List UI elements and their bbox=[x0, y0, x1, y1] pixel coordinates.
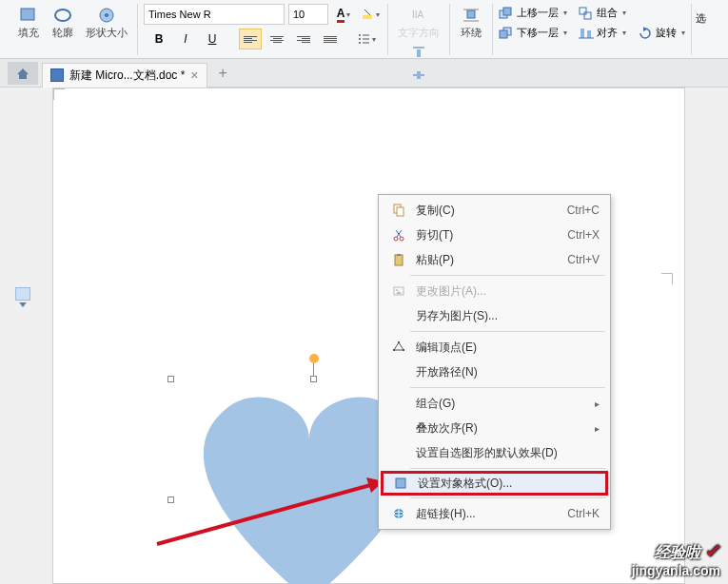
select-button[interactable]: 选 bbox=[692, 4, 710, 33]
align-middle-button[interactable] bbox=[407, 65, 430, 86]
svg-line-36 bbox=[396, 230, 401, 237]
bullet-list-button[interactable]: ▾ bbox=[355, 29, 378, 49]
check-icon: ✓ bbox=[704, 540, 720, 561]
align-left-button[interactable] bbox=[239, 29, 262, 49]
shape-size-label: 形状大小 bbox=[86, 26, 128, 40]
bold-button[interactable]: B bbox=[148, 29, 170, 49]
link-icon bbox=[389, 504, 408, 523]
fill-button[interactable]: 填充 bbox=[13, 4, 44, 42]
svg-marker-42 bbox=[394, 342, 403, 350]
wrap-button[interactable]: 环绕 bbox=[456, 4, 486, 42]
svg-rect-22 bbox=[584, 12, 591, 19]
italic-button[interactable]: I bbox=[174, 29, 197, 49]
font-size-select[interactable] bbox=[288, 4, 328, 25]
svg-rect-24 bbox=[500, 30, 507, 38]
svg-point-1 bbox=[55, 10, 70, 21]
menu-save-as-image[interactable]: 另存为图片(S)... bbox=[382, 303, 607, 328]
selection-handle-ml[interactable] bbox=[167, 496, 174, 503]
menu-hyperlink[interactable]: 超链接(H)... Ctrl+K bbox=[382, 501, 607, 526]
align-right-button[interactable] bbox=[292, 29, 315, 49]
svg-point-5 bbox=[359, 34, 361, 36]
submenu-arrow-icon: ▸ bbox=[595, 399, 600, 409]
group-icon bbox=[579, 7, 594, 20]
cut-icon bbox=[389, 225, 408, 244]
image-icon bbox=[389, 282, 408, 301]
svg-point-9 bbox=[359, 42, 361, 44]
svg-rect-37 bbox=[395, 255, 403, 265]
bring-forward-button[interactable]: 上移一层▾ bbox=[499, 6, 567, 20]
align-icon bbox=[579, 27, 594, 40]
rotation-handle[interactable] bbox=[309, 354, 319, 363]
svg-marker-29 bbox=[17, 68, 29, 79]
svg-point-40 bbox=[396, 289, 398, 291]
svg-rect-25 bbox=[580, 29, 584, 38]
canvas-area: 复制(C) Ctrl+C 剪切(T) Ctrl+X 粘贴(P) Ctrl+V 更… bbox=[0, 88, 728, 584]
tab-close-button[interactable]: × bbox=[190, 68, 198, 83]
outline-icon bbox=[51, 6, 74, 25]
font-color-button[interactable]: A▾ bbox=[332, 4, 355, 25]
menu-format-object[interactable]: 设置对象格式(O)... bbox=[381, 471, 608, 496]
svg-point-34 bbox=[400, 237, 403, 241]
align-ribbon-button[interactable]: 对齐▾ bbox=[579, 26, 626, 40]
menu-copy[interactable]: 复制(C) Ctrl+C bbox=[382, 198, 607, 223]
watermark: 经验啦 ✓ jingyanla.com bbox=[632, 539, 720, 578]
underline-button[interactable]: U bbox=[201, 29, 224, 49]
text-direction-label: 文字方向 bbox=[398, 26, 440, 40]
menu-open-path[interactable]: 开放路径(N) bbox=[382, 360, 607, 384]
format-icon bbox=[391, 474, 410, 493]
menu-set-default[interactable]: 设置自选图形的默认效果(D) bbox=[382, 440, 607, 465]
wrap-label: 环绕 bbox=[461, 26, 482, 40]
svg-point-3 bbox=[105, 13, 108, 17]
bring-forward-icon bbox=[499, 7, 514, 20]
home-icon bbox=[15, 67, 30, 80]
svg-rect-45 bbox=[393, 349, 395, 351]
svg-text:IIA: IIA bbox=[412, 10, 424, 20]
svg-rect-38 bbox=[397, 254, 401, 256]
sidebar-indicator[interactable] bbox=[15, 287, 30, 308]
outline-label: 轮廓 bbox=[52, 26, 73, 40]
home-tab-button[interactable] bbox=[8, 62, 38, 85]
highlight-button[interactable]: ▾ bbox=[359, 4, 382, 25]
menu-change-image: 更改图片(A)... bbox=[382, 279, 607, 303]
vertex-icon bbox=[389, 338, 408, 357]
svg-point-7 bbox=[359, 38, 361, 40]
menu-paste[interactable]: 粘贴(P) Ctrl+V bbox=[382, 247, 607, 272]
svg-rect-20 bbox=[503, 8, 511, 15]
selection-handle-tl[interactable] bbox=[167, 376, 174, 382]
rotate-button[interactable]: 旋转▾ bbox=[638, 26, 685, 40]
outline-button[interactable]: 轮廓 bbox=[48, 4, 78, 42]
svg-rect-15 bbox=[417, 71, 421, 79]
submenu-arrow-icon: ▸ bbox=[595, 423, 600, 434]
shape-size-icon bbox=[95, 6, 118, 25]
svg-marker-41 bbox=[396, 291, 402, 294]
doc-icon bbox=[50, 68, 64, 82]
svg-rect-13 bbox=[417, 49, 421, 57]
fill-label: 填充 bbox=[18, 26, 39, 40]
add-tab-button[interactable]: + bbox=[219, 65, 227, 82]
svg-line-35 bbox=[397, 230, 402, 237]
shape-size-button[interactable]: 形状大小 bbox=[82, 4, 131, 42]
selection-handle-tc[interactable] bbox=[310, 376, 317, 382]
align-center-button[interactable] bbox=[266, 29, 288, 49]
group-ribbon-button[interactable]: 组合▾ bbox=[579, 6, 626, 20]
svg-marker-30 bbox=[19, 302, 27, 307]
text-direction-icon: IIA bbox=[407, 6, 430, 25]
context-menu: 复制(C) Ctrl+C 剪切(T) Ctrl+X 粘贴(P) Ctrl+V 更… bbox=[378, 194, 611, 530]
menu-edit-vertex[interactable]: 编辑顶点(E) bbox=[382, 335, 607, 360]
svg-rect-0 bbox=[21, 9, 34, 20]
svg-rect-16 bbox=[467, 10, 475, 18]
text-direction-button: IIA 文字方向 bbox=[394, 4, 443, 42]
fill-icon bbox=[17, 6, 40, 25]
font-name-select[interactable] bbox=[144, 4, 285, 25]
menu-cut[interactable]: 剪切(T) Ctrl+X bbox=[382, 223, 607, 247]
svg-rect-43 bbox=[398, 341, 400, 343]
send-backward-button[interactable]: 下移一层▾ bbox=[499, 26, 567, 40]
align-top-button[interactable] bbox=[407, 42, 430, 63]
wrap-icon bbox=[460, 6, 482, 25]
rotate-icon bbox=[638, 27, 653, 40]
justify-button[interactable] bbox=[319, 29, 342, 49]
menu-zorder[interactable]: 叠放次序(R) ▸ bbox=[382, 416, 607, 440]
document-tab[interactable]: 新建 Micro...文档.doc * × bbox=[42, 63, 207, 88]
menu-group[interactable]: 组合(G) ▸ bbox=[382, 391, 607, 416]
paste-icon bbox=[389, 250, 408, 269]
